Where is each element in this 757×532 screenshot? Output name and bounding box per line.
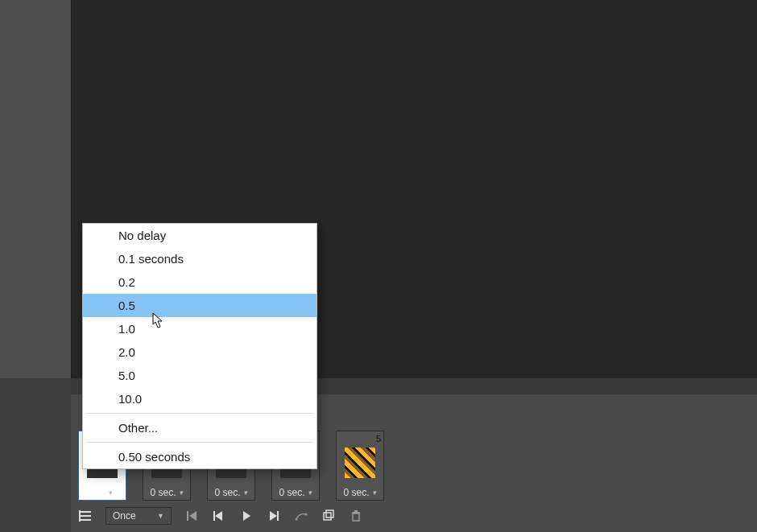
svg-marker-8 [243,511,250,521]
svg-rect-4 [187,511,188,521]
play-button[interactable] [239,509,254,523]
svg-rect-16 [352,512,360,513]
delay-option[interactable]: 5.0 [83,364,316,387]
playback-bar: Once ▼ [78,505,363,526]
delay-option-current[interactable]: 0.50 seconds [83,445,316,468]
menu-item-label: Other... [118,421,158,435]
svg-rect-17 [354,510,358,512]
frame-delay-value: 0.5 [92,487,105,498]
tween-button[interactable] [294,509,308,523]
left-gutter-lower [0,378,71,532]
chevron-down-icon: ▾ [308,489,312,497]
chevron-down-icon: ▾ [244,489,248,497]
svg-rect-0 [80,511,91,513]
svg-rect-14 [326,510,333,518]
delay-option[interactable]: 0.5 [83,294,316,317]
frame-delay-dropdown[interactable]: 0 sec. ▾ [336,485,384,500]
frame-delay-dropdown[interactable]: 0 sec. ▾ [207,485,255,500]
menu-item-label: 0.50 seconds [118,450,190,464]
delay-option[interactable]: 10.0 [83,387,316,410]
svg-rect-3 [79,510,81,522]
menu-item-label: 10.0 [118,392,142,406]
svg-rect-10 [277,511,279,521]
chevron-down-icon: ▼ [157,512,164,520]
menu-item-label: No delay [118,229,166,242]
frame-delay-value: 0 sec. [150,487,176,498]
menu-item-label: 5.0 [118,369,135,382]
frame-delay-value: 0 sec. [214,487,240,498]
svg-marker-5 [189,511,196,521]
left-gutter [0,0,71,378]
delay-option[interactable]: 1.0 [83,317,316,340]
timeline-menu-icon[interactable] [78,509,93,523]
prev-frame-button[interactable] [212,509,226,523]
svg-point-11 [296,518,298,521]
loop-mode-dropdown[interactable]: Once ▼ [105,507,172,525]
frame-number: 5 [337,431,383,446]
svg-marker-9 [270,511,277,521]
duplicate-frame-button[interactable] [321,509,336,523]
menu-item-label: 0.2 [118,275,135,289]
chevron-down-icon: ▾ [109,489,113,497]
menu-item-label: 0.5 [118,299,135,312]
loop-mode-value: Once [113,510,136,522]
svg-rect-15 [353,513,359,521]
frame-delay-value: 0 sec. [279,487,304,498]
svg-rect-2 [80,519,91,521]
menu-item-label: 0.1 seconds [118,252,184,266]
frame-delay-dropdown[interactable]: 0.5 ▾ [78,485,126,500]
frame-delay-value: 0 sec. [343,487,369,498]
delay-option[interactable]: No delay [83,224,316,247]
svg-point-12 [305,513,308,516]
menu-item-label: 2.0 [118,345,135,359]
frame-delay-dropdown[interactable]: 0 sec. ▾ [143,485,191,500]
svg-marker-6 [215,511,222,521]
svg-rect-7 [213,511,215,521]
frame-delay-menu: No delay 0.1 seconds 0.2 0.5 1.0 2.0 5.0… [82,223,317,469]
chevron-down-icon: ▾ [180,489,184,497]
frame-image [345,447,375,478]
frame-delay-row: 0.5 ▾ 0 sec. ▾ 0 sec. ▾ 0 sec. ▾ 0 sec. … [78,485,384,500]
svg-rect-1 [80,515,91,517]
delete-frame-button[interactable] [349,509,363,523]
menu-item-label: 1.0 [118,322,135,336]
chevron-down-icon: ▾ [373,489,377,497]
delay-option-other[interactable]: Other... [83,416,316,439]
next-frame-button[interactable] [267,509,281,523]
delay-option[interactable]: 2.0 [83,340,316,364]
first-frame-button[interactable] [184,509,199,523]
svg-rect-13 [324,513,331,520]
delay-option[interactable]: 0.1 seconds [83,247,316,270]
delay-option[interactable]: 0.2 [83,270,316,294]
menu-separator [86,413,313,414]
frame-delay-dropdown[interactable]: 0 sec. ▾ [271,485,320,500]
menu-separator [86,442,313,443]
